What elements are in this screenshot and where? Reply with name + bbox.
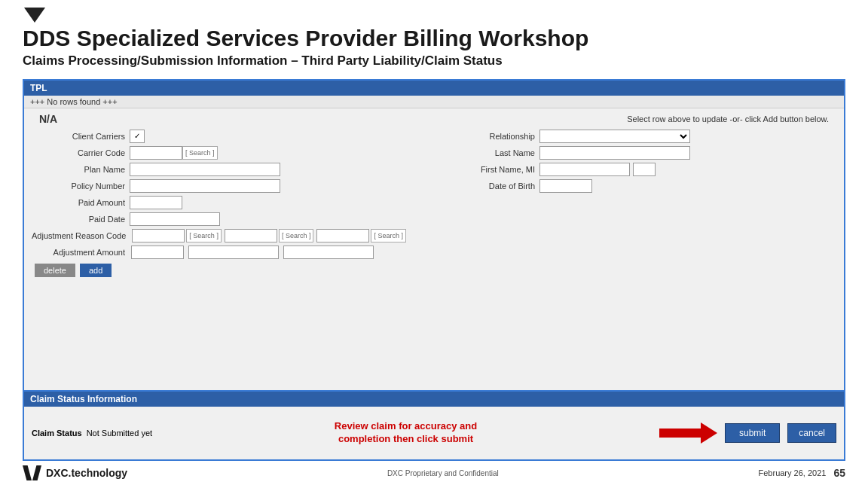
review-text-line1: Review claim for accuracy and xyxy=(335,420,477,433)
policy-number-input[interactable] xyxy=(130,179,280,193)
tpl-no-rows: +++ No rows found +++ xyxy=(24,96,844,108)
buttons-row: delete add xyxy=(32,264,426,277)
adj-reason-input3[interactable] xyxy=(316,229,369,242)
adj-reason-label: Adjustment Reason Code xyxy=(32,231,130,240)
client-carriers-checkbox[interactable]: ✓ xyxy=(130,130,145,143)
adj-amount-label: Adjustment Amount xyxy=(32,248,130,257)
adj-reason-input1[interactable] xyxy=(132,229,185,242)
last-name-input[interactable] xyxy=(539,146,690,160)
paid-date-input[interactable] xyxy=(130,212,220,226)
arrow-body xyxy=(659,429,701,438)
adj-search1[interactable]: [ Search ] xyxy=(186,229,222,242)
adj-amount-row: Adjustment Amount xyxy=(32,246,426,259)
arrow-right xyxy=(659,422,717,444)
carrier-code-row: Carrier Code [ Search ] xyxy=(32,146,426,160)
footer-page-number: 65 xyxy=(833,467,845,479)
last-name-row: Last Name xyxy=(442,146,836,160)
paid-amount-label: Paid Amount xyxy=(32,198,130,207)
policy-number-row: Policy Number xyxy=(32,179,426,193)
claim-status-section: Claim Status Information Claim Status No… xyxy=(24,390,844,459)
paid-amount-input[interactable] xyxy=(130,196,182,209)
mi-input[interactable] xyxy=(633,163,656,176)
client-carriers-label: Client Carriers xyxy=(32,132,130,141)
sub-title: Claims Processing/Submission Information… xyxy=(23,53,845,69)
cancel-button[interactable]: cancel xyxy=(787,423,836,443)
add-button[interactable]: add xyxy=(80,264,112,277)
relationship-select[interactable] xyxy=(539,130,690,143)
form-top-row: N/A Select row above to update -or- clic… xyxy=(32,113,836,125)
page-container: DDS Specialized Services Provider Billin… xyxy=(0,0,868,488)
footer-date: February 26, 2021 xyxy=(759,468,827,477)
paid-amount-row: Paid Amount xyxy=(32,196,426,209)
first-name-label: First Name, MI xyxy=(442,165,539,174)
adj-amount-input1[interactable] xyxy=(131,246,184,259)
footer: DXC.technology DXC Proprietary and Confi… xyxy=(23,461,845,480)
footer-logo: DXC.technology xyxy=(23,465,127,480)
submit-button[interactable]: submit xyxy=(725,423,780,443)
dxc-logo-box xyxy=(23,465,41,480)
first-name-row: First Name, MI xyxy=(442,163,836,176)
fields-area: Client Carriers ✓ Carrier Code [ Search … xyxy=(32,130,836,277)
select-row-text: Select row above to update -or- click Ad… xyxy=(627,114,829,124)
form-body: N/A Select row above to update -or- clic… xyxy=(24,108,844,391)
carrier-code-label: Carrier Code xyxy=(32,148,130,157)
delete-button[interactable]: delete xyxy=(35,264,75,277)
logo-left-icon xyxy=(23,465,32,480)
last-name-label: Last Name xyxy=(442,148,539,157)
adj-search3[interactable]: [ Search ] xyxy=(371,229,406,242)
adj-amount-input3[interactable] xyxy=(283,246,374,259)
triangle-icon xyxy=(24,8,45,23)
claim-status-label: Claim Status xyxy=(32,429,82,438)
logo-right-icon xyxy=(32,465,41,480)
adj-search2[interactable]: [ Search ] xyxy=(279,229,314,242)
first-name-input[interactable] xyxy=(539,163,630,176)
fields-right: Relationship Last Name First Name, MI xyxy=(442,130,836,277)
claim-status-right: submit cancel xyxy=(659,422,836,444)
adj-reason-input2[interactable] xyxy=(225,229,277,242)
adj-amount-input2[interactable] xyxy=(188,246,279,259)
tpl-header: TPL xyxy=(24,81,844,96)
carrier-code-search[interactable]: [ Search ] xyxy=(182,146,218,160)
plan-name-label: Plan Name xyxy=(32,165,130,174)
fields-left: Client Carriers ✓ Carrier Code [ Search … xyxy=(32,130,426,277)
paid-date-label: Paid Date xyxy=(32,215,130,224)
claim-status-body: Claim Status Not Submitted yet Review cl… xyxy=(24,407,844,459)
relationship-row: Relationship xyxy=(442,130,836,143)
paid-date-row: Paid Date xyxy=(32,212,426,226)
plan-name-input[interactable] xyxy=(130,163,280,176)
footer-logo-text: DXC.technology xyxy=(46,467,127,479)
review-text-line2: completion then click submit xyxy=(335,433,477,446)
dob-input[interactable] xyxy=(539,179,592,193)
policy-number-label: Policy Number xyxy=(32,181,130,191)
claim-status-header: Claim Status Information xyxy=(24,392,844,407)
footer-right: February 26, 2021 65 xyxy=(759,467,845,479)
carrier-code-input[interactable] xyxy=(130,146,182,160)
client-carriers-row: Client Carriers ✓ xyxy=(32,130,426,143)
plan-name-row: Plan Name xyxy=(32,163,426,176)
arrow-head xyxy=(701,422,717,444)
form-panel: TPL +++ No rows found +++ N/A Select row… xyxy=(23,79,845,462)
claim-status-left: Claim Status Not Submitted yet xyxy=(32,429,152,438)
na-label: N/A xyxy=(39,113,57,125)
dob-label: Date of Birth xyxy=(442,181,539,191)
claim-status-value: Not Submitted yet xyxy=(87,429,152,438)
relationship-label: Relationship xyxy=(442,132,539,141)
adj-reason-row: Adjustment Reason Code [ Search ] [ Sear… xyxy=(32,229,426,242)
footer-proprietary: DXC Proprietary and Confidential xyxy=(387,469,499,477)
claim-status-row: Claim Status Not Submitted yet xyxy=(32,429,152,438)
review-text-area: Review claim for accuracy and completion… xyxy=(335,420,477,446)
main-title: DDS Specialized Services Provider Billin… xyxy=(23,26,845,52)
dob-row: Date of Birth xyxy=(442,179,836,193)
